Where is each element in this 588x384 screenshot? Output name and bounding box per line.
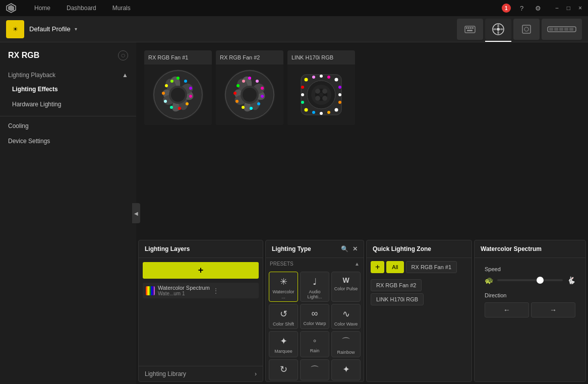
svg-point-46: [236, 100, 239, 103]
colorpulse-icon: W: [342, 276, 349, 284]
effect-colorwarp[interactable]: ∞ Color Warp: [300, 304, 329, 329]
svg-point-73: [338, 93, 341, 96]
svg-point-71: [301, 101, 304, 104]
speed-label: Speed: [485, 266, 575, 272]
quick-lighting-zone-panel: Quick Lighting Zone + All RX RGB Fan #1 …: [366, 240, 472, 382]
zone-link-button[interactable]: LINK H170i RGB: [371, 293, 424, 305]
quick-lighting-zone-header: Quick Lighting Zone: [367, 240, 472, 258]
nav-dashboard[interactable]: Dashboard: [58, 0, 104, 16]
speed-slider[interactable]: [497, 279, 563, 281]
direction-right-button[interactable]: →: [531, 302, 575, 317]
effect-rain[interactable]: ◦ Rain: [300, 331, 329, 357]
device-tab-cooler[interactable]: [513, 19, 540, 40]
sidebar: RX RGB ○ Lighting Playback ▲ Lighting Ef…: [0, 42, 136, 384]
direction-section: Direction ← →: [479, 288, 581, 322]
effect-extra1[interactable]: ↻: [269, 359, 298, 380]
layer-sub: Wate...um 1: [158, 291, 210, 296]
effect-audio[interactable]: ♩ Audio Lighti...: [300, 272, 329, 302]
nav-home[interactable]: Home: [26, 0, 58, 16]
extra1-icon: ↻: [280, 364, 287, 375]
svg-point-45: [242, 106, 245, 109]
search-icon[interactable]: 🔍: [341, 245, 348, 252]
effect-extra2[interactable]: ⌒: [300, 359, 329, 380]
svg-point-28: [186, 102, 189, 105]
svg-point-56: [315, 96, 320, 101]
effect-colorpulse[interactable]: W Color Pulse: [331, 272, 361, 302]
svg-point-59: [305, 78, 308, 82]
svg-point-62: [335, 108, 338, 112]
lighting-layers-body: + Watercolor Spectrum Wate...um 1 ⋮: [139, 258, 263, 366]
svg-rect-18: [564, 28, 568, 31]
sidebar-item-lighting-effects[interactable]: Lighting Effects: [0, 82, 136, 97]
lighting-playback-header[interactable]: Lighting Playback ▲: [0, 69, 136, 82]
help-icon[interactable]: ?: [517, 3, 527, 13]
profile-name: Default Profile: [29, 25, 71, 33]
device-tab-fan[interactable]: [485, 19, 511, 40]
effect-watercolor[interactable]: ✳ Watercolor ...: [269, 272, 298, 302]
zone-fan1-button[interactable]: RX RGB Fan #1: [406, 261, 457, 273]
effect-extra3[interactable]: ✦: [331, 359, 361, 380]
device-card-preview-fan1: [144, 65, 212, 125]
minimize-button[interactable]: −: [553, 5, 561, 12]
zone-add-button[interactable]: +: [371, 261, 384, 273]
effect-label-colorshift: Color Shift: [273, 322, 294, 327]
notification-badge[interactable]: 1: [502, 4, 511, 13]
svg-point-23: [171, 88, 185, 102]
layer-item[interactable]: Watercolor Spectrum Wate...um 1 ⋮: [143, 283, 259, 298]
effect-colorshift[interactable]: ↺ Color Shift: [269, 304, 298, 329]
profile-chevron-icon[interactable]: ▾: [75, 26, 77, 32]
effect-label-marquee: Marquee: [274, 349, 292, 354]
device-tab-stick[interactable]: [542, 19, 582, 40]
maximize-button[interactable]: □: [565, 5, 572, 12]
svg-point-63: [312, 76, 315, 79]
layer-options-icon[interactable]: ⋮: [213, 287, 219, 294]
sidebar-item-device-settings[interactable]: Device Settings: [0, 134, 136, 149]
effect-rainbow[interactable]: ⌒ Rainbow: [331, 331, 361, 357]
colorshift-icon: ↺: [280, 308, 287, 319]
svg-point-68: [327, 111, 330, 114]
sidebar-item-cooling[interactable]: Cooling: [0, 118, 136, 134]
quick-lighting-zone-title: Quick Lighting Zone: [373, 245, 431, 252]
add-layer-button[interactable]: +: [143, 262, 259, 279]
lighting-type-body: PRESETS ▲ ✳ Watercolor ... ♩ Audio Light…: [266, 258, 364, 381]
zone-all-button[interactable]: All: [386, 261, 403, 273]
device-card-fan1[interactable]: RX RGB Fan #1: [144, 50, 212, 125]
sidebar-toggle[interactable]: ○: [118, 50, 128, 60]
title-bar-left: Home Dashboard Murals: [4, 0, 139, 16]
collapse-sidebar-button[interactable]: ◀: [132, 203, 140, 223]
sidebar-divider: [0, 116, 136, 116]
device-card-label-link: LINK H170i RGB: [287, 50, 355, 65]
svg-point-32: [162, 92, 165, 95]
presets-label: PRESETS ▲: [266, 258, 364, 270]
settings-icon[interactable]: ⚙: [533, 3, 543, 13]
lighting-library[interactable]: Lighting Library ›: [139, 366, 263, 381]
effect-label-watercolor: Watercolor ...: [271, 289, 296, 299]
direction-left-button[interactable]: ←: [485, 302, 529, 317]
speed-row: 🐢 🐇: [485, 276, 575, 284]
effect-marquee[interactable]: ✦ Marquee: [269, 331, 298, 357]
device-card-fan2[interactable]: RX RGB Fan #2: [216, 50, 283, 125]
watercolor-spectrum-body: Speed 🐢 🐇 Direction ←: [475, 258, 585, 381]
watercolor-spectrum-header: Watercolor Spectrum: [475, 240, 585, 258]
speed-thumb[interactable]: [537, 277, 544, 284]
effect-label-colorwave: Color Wave: [334, 322, 358, 327]
device-cards: RX RGB Fan #1: [144, 50, 580, 125]
lighting-type-header: Lighting Type 🔍 ✕: [266, 240, 364, 258]
close-button[interactable]: ×: [576, 5, 584, 12]
close-icon[interactable]: ✕: [352, 245, 358, 252]
svg-point-41: [261, 87, 264, 90]
svg-point-39: [248, 77, 251, 80]
svg-point-54: [315, 89, 320, 94]
svg-point-57: [322, 96, 327, 101]
device-card-link[interactable]: LINK H170i RGB: [287, 50, 355, 125]
extra2-icon: ⌒: [310, 364, 319, 376]
svg-point-66: [312, 111, 315, 114]
effect-colorwave[interactable]: ∿ Color Wave: [331, 304, 361, 329]
svg-rect-7: [470, 27, 472, 29]
device-tab-keyboard[interactable]: [457, 19, 483, 40]
svg-text:☀: ☀: [13, 26, 18, 33]
nav-murals[interactable]: Murals: [104, 0, 139, 16]
sidebar-item-hardware-lighting[interactable]: Hardware Lighting: [0, 97, 136, 112]
svg-rect-12: [522, 25, 531, 33]
zone-fan2-button[interactable]: RX RGB Fan #2: [371, 279, 422, 291]
